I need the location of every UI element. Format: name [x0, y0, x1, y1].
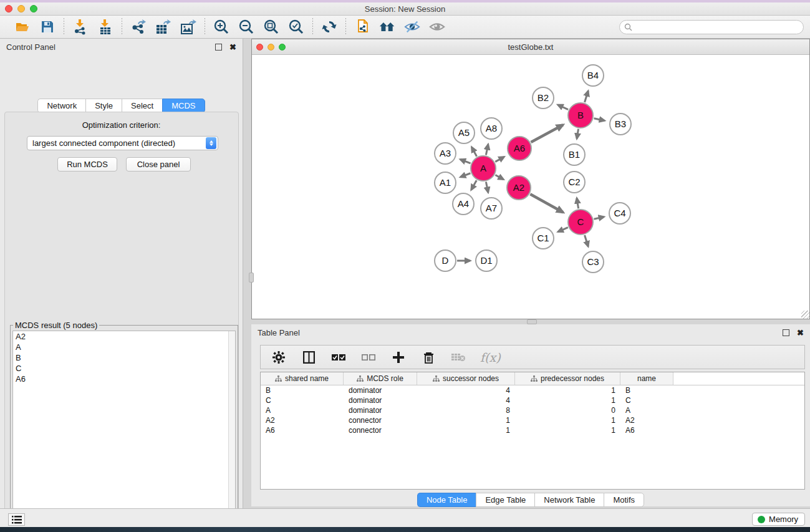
zoom-selected-icon[interactable] — [288, 19, 304, 35]
search-input[interactable] — [635, 23, 803, 32]
column-header-name[interactable]: name — [620, 372, 673, 385]
desktop-strip-bottom — [0, 527, 810, 532]
tab-motifs[interactable]: Motifs — [604, 493, 644, 507]
refresh-icon[interactable] — [321, 19, 337, 35]
close-panel-icon[interactable]: ✖ — [797, 329, 804, 336]
graph-node-B4[interactable]: B4 — [582, 65, 604, 86]
table-row[interactable]: Cdominator41C — [261, 395, 804, 405]
zoom-fit-icon[interactable] — [263, 19, 279, 35]
tab-node-table[interactable]: Node Table — [417, 493, 476, 507]
import-table-icon[interactable] — [97, 19, 113, 35]
network-overview-icon[interactable] — [379, 19, 395, 35]
run-mcds-button[interactable]: Run MCDS — [57, 157, 117, 172]
graph-node-B2[interactable]: B2 — [533, 87, 554, 109]
select-all-columns-icon[interactable] — [330, 349, 347, 365]
graph-node-D1[interactable]: D1 — [476, 250, 497, 271]
main-toolbar — [0, 16, 810, 39]
graph-node-C3[interactable]: C3 — [582, 251, 604, 273]
network-canvas[interactable]: B4B2BB3B1A5A8A6A3AA1A2C2A4A7C4CC1C3DD1 — [254, 56, 808, 317]
split-view-icon[interactable] — [301, 349, 317, 365]
control-panel-tabs: NetworkStyleSelectMCDS — [0, 99, 243, 113]
tab-edge-table[interactable]: Edge Table — [476, 493, 534, 507]
tab-mcds[interactable]: MCDS — [162, 99, 205, 113]
graph-node-A3[interactable]: A3 — [435, 143, 456, 164]
tab-style[interactable]: Style — [85, 99, 122, 113]
table-cell: 1 — [417, 426, 515, 435]
column-header-predecessor-nodes[interactable]: predecessor nodes — [515, 372, 620, 385]
task-list-button[interactable] — [8, 513, 25, 526]
scrollbar[interactable] — [228, 331, 235, 532]
splitter-handle[interactable] — [527, 319, 537, 324]
table-cell: 0 — [515, 406, 620, 415]
delete-column-icon[interactable] — [420, 349, 436, 365]
graph-node-A1[interactable]: A1 — [435, 172, 456, 193]
save-session-icon[interactable] — [39, 19, 55, 35]
edge-B-B1 — [577, 129, 578, 139]
edge-C-C1 — [558, 228, 568, 232]
app-titlebar: Session: New Session — [0, 2, 810, 16]
resize-grip-icon[interactable] — [801, 311, 809, 319]
edge-C-C2 — [577, 198, 579, 209]
network-window-titlebar[interactable]: testGlobe.txt — [252, 39, 809, 55]
graph-node-A6[interactable]: A6 — [508, 137, 531, 160]
graph-node-B3[interactable]: B3 — [610, 114, 631, 135]
svg-text:C1: C1 — [537, 233, 549, 243]
import-network-icon[interactable] — [72, 19, 89, 35]
tab-select[interactable]: Select — [122, 99, 162, 113]
export-image-icon[interactable] — [180, 19, 196, 35]
close-panel-button[interactable]: Close panel — [126, 157, 191, 172]
graph-node-A4[interactable]: A4 — [453, 193, 474, 215]
tab-network[interactable]: Network — [37, 99, 85, 113]
delete-table-icon[interactable] — [450, 349, 466, 365]
splitter-handle[interactable] — [249, 273, 254, 283]
graph-node-C4[interactable]: C4 — [609, 203, 630, 224]
open-file-icon[interactable] — [14, 19, 31, 35]
graph-node-D[interactable]: D — [435, 250, 456, 271]
mcds-result-item[interactable]: C — [13, 363, 235, 374]
float-panel-icon[interactable] — [783, 329, 789, 336]
graph-node-A8[interactable]: A8 — [481, 118, 502, 139]
show-details-icon[interactable] — [429, 19, 445, 35]
zoom-in-icon[interactable] — [213, 19, 229, 35]
edge-B-B3 — [594, 118, 604, 121]
graph-node-C2[interactable]: C2 — [564, 172, 585, 193]
table-row[interactable]: Adominator80A — [261, 405, 804, 415]
mcds-result-item[interactable]: A2 — [13, 331, 235, 342]
mcds-result-item[interactable]: A6 — [13, 374, 235, 384]
export-network-icon[interactable] — [130, 19, 147, 35]
table-row[interactable]: A2connector11A2 — [261, 415, 804, 425]
mcds-result-item[interactable]: B — [13, 352, 235, 363]
function-builder-icon[interactable]: f(x) — [480, 351, 501, 364]
clone-network-icon[interactable] — [354, 19, 370, 35]
tab-network-table[interactable]: Network Table — [534, 493, 604, 507]
graph-node-A7[interactable]: A7 — [481, 198, 502, 219]
memory-button[interactable]: Memory — [752, 513, 805, 526]
gear-icon[interactable] — [271, 349, 287, 365]
table-cell: dominator — [344, 406, 417, 415]
export-table-icon[interactable] — [155, 19, 171, 35]
edge-A-A5 — [471, 147, 476, 157]
hide-details-icon[interactable] — [404, 19, 420, 35]
table-row[interactable]: A6connector11A6 — [261, 425, 804, 435]
table-row[interactable]: Bdominator41B — [261, 385, 804, 395]
graph-node-B[interactable]: B — [568, 103, 593, 128]
column-header-MCDS-role[interactable]: MCDS role — [344, 372, 417, 385]
add-column-icon[interactable] — [390, 349, 407, 365]
graph-node-C1[interactable]: C1 — [533, 228, 554, 249]
optimization-criterion-select[interactable]: largest connected component (directed) — [27, 136, 218, 150]
mcds-result-item[interactable]: A — [13, 342, 235, 352]
graph-node-A2[interactable]: A2 — [507, 176, 531, 200]
zoom-out-icon[interactable] — [238, 19, 254, 35]
float-panel-icon[interactable] — [215, 44, 222, 51]
graph-node-C[interactable]: C — [568, 210, 593, 235]
column-header-successor-nodes[interactable]: successor nodes — [417, 372, 515, 385]
search-field[interactable] — [619, 20, 804, 34]
table-cell: A2 — [620, 416, 673, 425]
close-panel-icon[interactable]: ✖ — [229, 44, 236, 51]
unselect-all-columns-icon[interactable] — [360, 349, 377, 365]
column-header-shared-name[interactable]: shared name — [261, 372, 344, 385]
graph-node-A5[interactable]: A5 — [453, 122, 475, 143]
graph-node-B1[interactable]: B1 — [564, 144, 585, 165]
edge-A-A2 — [495, 175, 503, 180]
graph-node-A[interactable]: A — [471, 156, 496, 181]
